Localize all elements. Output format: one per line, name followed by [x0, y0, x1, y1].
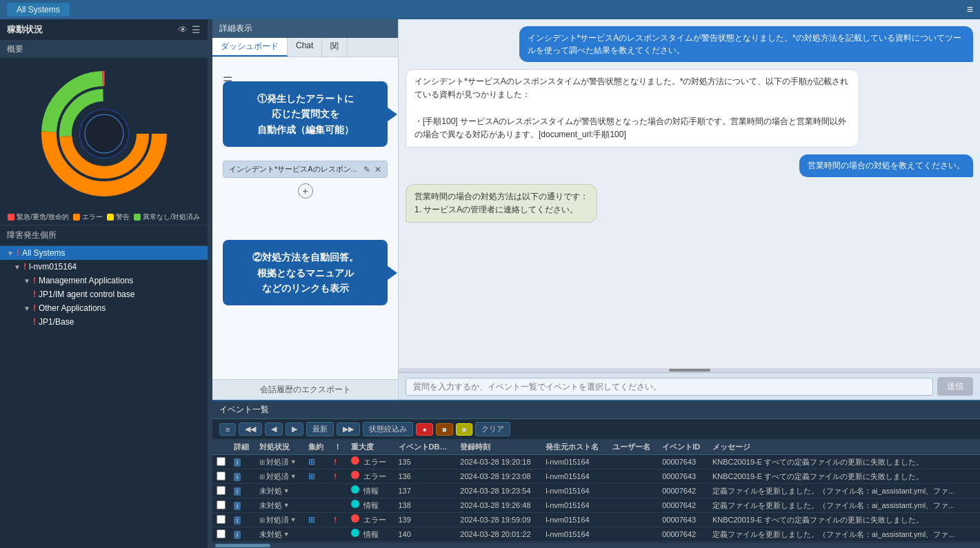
- tree-label-all-systems: All Systems: [22, 248, 66, 258]
- table-row[interactable]: i 未対処 ▼ 情報 137 2024-03-28 19:23:54 l-nvm…: [212, 484, 980, 498]
- info-button[interactable]: i: [234, 531, 241, 539]
- info-button[interactable]: i: [234, 487, 241, 496]
- toolbar-square-btn1[interactable]: ■: [436, 423, 453, 436]
- group-icon: ⊞: [259, 458, 265, 466]
- toolbar-next-single-btn[interactable]: ▶: [286, 423, 303, 436]
- row-detail[interactable]: i: [230, 513, 255, 527]
- detail-header: 詳細表示: [212, 19, 398, 38]
- tree-item-all-systems[interactable]: ▼ ! All Systems: [0, 246, 208, 260]
- toolbar-red-btn[interactable]: ●: [416, 423, 433, 436]
- tree-item-jp1base[interactable]: ! JP1/Base: [0, 315, 208, 329]
- tree-item-mgmt[interactable]: ▼ ! Management Applications: [0, 274, 208, 287]
- arrow-down-icon-nvm: ▼: [14, 263, 21, 271]
- exclamation-icon-nvm: !: [23, 262, 26, 272]
- severity-text: エラー: [363, 458, 386, 466]
- tab-dashboard[interactable]: ダッシュボード: [212, 38, 288, 57]
- scroll-x-bar: [212, 542, 980, 548]
- toolbar-last-btn[interactable]: ▶▶: [337, 423, 360, 436]
- close-icon[interactable]: ✕: [374, 165, 381, 174]
- dropdown-arrow[interactable]: ▼: [283, 531, 290, 538]
- tree-item-jp1im[interactable]: ! JP1/IM agent control base: [0, 287, 208, 301]
- send-button[interactable]: 送信: [937, 377, 973, 396]
- row-checkbox[interactable]: [212, 455, 230, 469]
- toolbar-latest-btn[interactable]: 最新: [306, 422, 334, 436]
- tab-other[interactable]: 関: [322, 38, 348, 57]
- menu-icon[interactable]: ≡: [967, 3, 973, 16]
- msg-user-1: インシデント*サービスAのレスポンスタイムが警告状態となりました。*の対処方法を…: [519, 26, 973, 62]
- detail-title: 詳細表示: [219, 23, 252, 33]
- callout-box-1: ①発生したアラートに応じた質問文を自動作成（編集可能）: [223, 81, 388, 147]
- severity-text: エラー: [363, 516, 386, 524]
- row-host: l-nvm015164: [541, 469, 608, 484]
- eye-icon[interactable]: 👁: [178, 24, 188, 35]
- row-detail[interactable]: i: [230, 484, 255, 498]
- tree-label-mgmt: Management Applications: [39, 276, 133, 285]
- row-checkbox[interactable]: [212, 527, 230, 542]
- info-button[interactable]: i: [234, 516, 241, 525]
- dropdown-arrow[interactable]: ▼: [283, 487, 290, 494]
- row-checkbox[interactable]: [212, 484, 230, 498]
- row-message: KNBC20019-E すべての定義ファイルの更新に失敗しました。: [708, 469, 980, 484]
- dropdown-arrow[interactable]: ▼: [290, 516, 297, 523]
- toolbar-yellow-btn[interactable]: ■: [456, 423, 473, 436]
- col-check: [212, 440, 230, 455]
- chat-input[interactable]: [406, 378, 933, 396]
- exclamation-icon-mgmt: !: [33, 276, 36, 285]
- dropdown-arrow[interactable]: ▼: [290, 473, 297, 480]
- row-group: [304, 527, 330, 542]
- incident-bar: インシデント*サービスAのレスポン... ✎ ✕: [223, 161, 388, 178]
- dropdown-arrow[interactable]: ▼: [283, 502, 290, 509]
- table-row[interactable]: i ⊞ 対処済 ▼ ⊞ ! エラー 139 2024-03-28 19:59:0…: [212, 513, 980, 527]
- table-row[interactable]: i 未対処 ▼ 情報 140 2024-03-28 20:01:22 l-nvm…: [212, 527, 980, 542]
- row-detail[interactable]: i: [230, 455, 255, 469]
- toolbar-first-btn[interactable]: ◀◀: [239, 423, 262, 436]
- col-user: ユーザー名: [608, 440, 659, 455]
- scroll-x-thumb[interactable]: [215, 544, 270, 547]
- row-group: ⊞: [304, 455, 330, 469]
- table-row[interactable]: i ⊞ 対処済 ▼ ⊞ ! エラー 136 2024-03-28 19:23:0…: [212, 469, 980, 484]
- export-button[interactable]: 会話履歴のエクスポート: [212, 379, 398, 400]
- handled-text: 未対処: [259, 500, 282, 511]
- row-user: [608, 469, 659, 484]
- tab-chat[interactable]: Chat: [288, 38, 322, 57]
- tree-item-nvm[interactable]: ▼ ! l-nvm015164: [0, 260, 208, 274]
- msg-system-2-text: 営業時間の場合の対処方法は以下の通りです：1. サービスAの管理者に連絡してくだ…: [414, 192, 588, 214]
- toolbar-clear-btn[interactable]: クリア: [475, 422, 510, 436]
- col-host: 発生元ホスト名: [541, 440, 608, 455]
- row-detail[interactable]: i: [230, 527, 255, 542]
- row-severity: 情報: [347, 484, 394, 498]
- info-button[interactable]: i: [234, 473, 241, 481]
- row-checkbox[interactable]: [212, 469, 230, 484]
- row-critical: !: [330, 469, 347, 484]
- exclamation-icon-jp1im: !: [33, 290, 36, 299]
- row-user: [608, 498, 659, 513]
- row-handled: 未対処 ▼: [255, 498, 304, 513]
- row-detail[interactable]: i: [230, 469, 255, 484]
- table-row[interactable]: i ⊞ 対処済 ▼ ⊞ ! エラー 135 2024-03-28 19:20:1…: [212, 455, 980, 469]
- handled-text: 対処済: [266, 471, 289, 482]
- handled-text: 未対処: [259, 529, 282, 540]
- row-detail[interactable]: i: [230, 498, 255, 513]
- events-table-element: 詳細 対処状況 集約 ！ 重大度 イベントDB… 登録時刻 発生元ホスト名 ユー…: [212, 440, 980, 542]
- incident-text: インシデント*サービスAのレスポン...: [229, 164, 357, 174]
- info-button[interactable]: i: [234, 502, 241, 510]
- row-severity: エラー: [347, 455, 394, 469]
- toolbar-menu-btn[interactable]: ≡: [219, 423, 236, 436]
- row-checkbox[interactable]: [212, 513, 230, 527]
- info-button[interactable]: i: [234, 458, 241, 467]
- row-group: [304, 484, 330, 498]
- send-label: 送信: [947, 381, 963, 391]
- legend-normal: 異常なし/対処済み: [134, 212, 200, 222]
- toolbar-prev-btn[interactable]: ◀: [265, 423, 283, 436]
- list-icon[interactable]: ☰: [192, 24, 201, 35]
- status-header: 稼動状況 👁 ☰: [0, 19, 208, 41]
- row-db: 135: [394, 455, 457, 469]
- edit-icon[interactable]: ✎: [363, 165, 370, 174]
- tree-item-other[interactable]: ▼ ! Other Applications: [0, 301, 208, 315]
- dropdown-arrow[interactable]: ▼: [290, 458, 297, 465]
- add-chat-button[interactable]: +: [298, 183, 313, 199]
- table-row[interactable]: i 未対処 ▼ 情報 138 2024-03-28 19:26:48 l-nvm…: [212, 498, 980, 513]
- row-checkbox[interactable]: [212, 498, 230, 513]
- toolbar-filter-btn[interactable]: 状態絞込み: [363, 422, 413, 436]
- tab-dashboard-label: ダッシュボード: [221, 41, 279, 51]
